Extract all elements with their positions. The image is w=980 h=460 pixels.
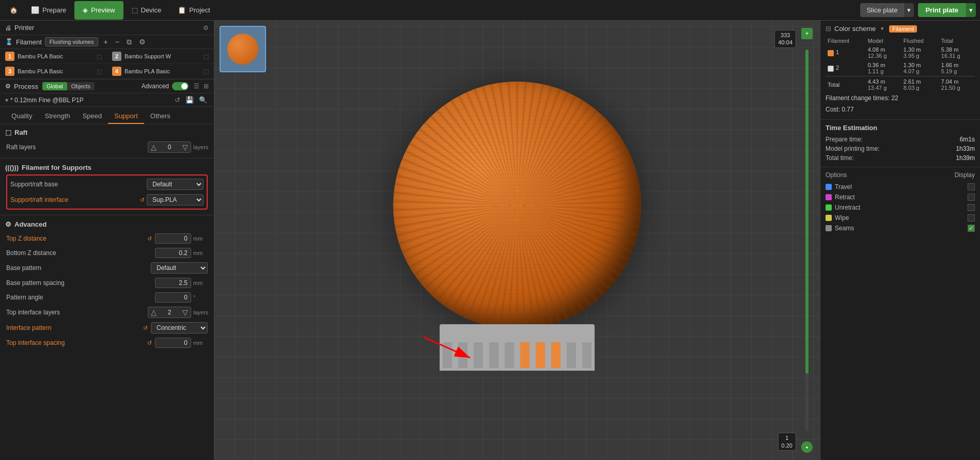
travel-check[interactable] xyxy=(968,183,975,191)
tab-quality[interactable]: Quality xyxy=(5,109,38,124)
filament-table-head: Filament Model Flushed Total xyxy=(826,37,975,45)
filament-gear-icon[interactable]: ⚙ xyxy=(137,38,148,46)
top-interface-stepper[interactable]: △ 2 ▽ xyxy=(148,307,191,318)
list-icon[interactable]: ☰ xyxy=(194,83,199,90)
total-time-row: Total time: 1h39m xyxy=(826,153,975,163)
option-travel: Travel xyxy=(826,182,975,192)
top-interface-spacing-unit: mm xyxy=(193,340,208,346)
raft-layers-unit: layers xyxy=(193,144,208,150)
tab-support[interactable]: Support xyxy=(108,109,144,124)
bottom-z-input[interactable] xyxy=(155,248,191,258)
profile-save-icon[interactable]: 💾 xyxy=(184,96,195,104)
material-edit-icon-3[interactable]: ⬚ xyxy=(97,68,102,75)
time-title: Time Estimation xyxy=(826,124,975,132)
printer-gear-icon[interactable]: ⚙ xyxy=(203,24,209,31)
home-button[interactable]: 🏠 xyxy=(4,1,23,20)
thumbnail-panel[interactable] xyxy=(220,26,266,72)
plus-icon: + xyxy=(805,30,808,37)
tab-prepare[interactable]: ⬜ Prepare xyxy=(23,1,74,20)
base-pattern-spacing-input[interactable] xyxy=(155,278,191,288)
top-interface-down[interactable]: ▽ xyxy=(180,307,191,318)
tab-preview[interactable]: ◈ Preview xyxy=(74,1,123,20)
viewport[interactable]: 33340:04 + ● 10.20 xyxy=(214,21,820,460)
filament-change-row: Filament change times: 22 xyxy=(826,92,975,104)
slice-plate-dropdown[interactable]: ▾ xyxy=(904,3,914,17)
tab-others[interactable]: Others xyxy=(144,109,177,124)
tab-strength[interactable]: Strength xyxy=(38,109,76,124)
display-label: Display xyxy=(955,171,975,179)
total-time-label: Total time: xyxy=(826,154,956,162)
support-col-5 xyxy=(505,342,514,368)
model-cell-2: 0.36 m1.11 g xyxy=(866,60,901,76)
bottom-z-value: mm xyxy=(155,248,208,258)
pattern-angle-unit: ° xyxy=(193,294,208,300)
slider-bottom-handle[interactable]: ● xyxy=(801,441,813,453)
base-pattern-select[interactable]: Default xyxy=(151,262,208,274)
advanced-section-icon: ⚙ xyxy=(5,220,11,228)
process-icon: ⚙ xyxy=(5,83,11,90)
advanced-section-title: ⚙ Advanced xyxy=(5,220,209,228)
print-plate-button[interactable]: Print plate xyxy=(918,3,966,17)
filament-add-button[interactable]: + xyxy=(101,38,110,46)
filament-copy-icon[interactable]: ⧉ xyxy=(125,38,134,46)
print-plate-dropdown[interactable]: ▾ xyxy=(966,3,976,17)
support-interface-refresh-icon[interactable]: ↺ xyxy=(140,197,145,203)
project-icon: 📋 xyxy=(178,6,186,14)
top-interface-spacing-refresh-icon[interactable]: ↺ xyxy=(147,340,152,346)
collapse-icon[interactable]: ⊟ xyxy=(826,25,831,33)
seams-check[interactable]: ✓ xyxy=(968,225,975,232)
flushed-cell-1: 1.30 m3.95 g xyxy=(901,45,939,60)
advanced-toggle-group: Advanced ☰ ⊞ xyxy=(142,82,209,90)
tab-device[interactable]: ⬚ Device xyxy=(123,1,170,20)
retract-check[interactable] xyxy=(968,194,975,201)
slice-plate-button[interactable]: Slice plate xyxy=(860,3,904,17)
raft-layers-up[interactable]: △ xyxy=(148,142,159,152)
top-interface-spacing-label: Top interface spacing xyxy=(6,339,147,346)
tab-speed[interactable]: Speed xyxy=(76,109,108,124)
material-edit-icon-4[interactable]: ⬚ xyxy=(204,68,209,75)
thumbnail-sphere xyxy=(227,34,258,65)
filament-icon: 🧵 xyxy=(5,38,13,45)
color-scheme-section: ⊟ Color scheme ▾ Filament Filament Model… xyxy=(820,21,980,120)
wipe-check[interactable] xyxy=(968,214,975,221)
raft-layers-stepper[interactable]: △ 0 ▽ xyxy=(148,141,191,153)
filament-total-row: Total 4.43 m13.47 g 2.61 m8.03 g 7.04 m2… xyxy=(826,76,975,93)
profile-reset-icon[interactable]: ↺ xyxy=(173,96,182,104)
settings-icon[interactable]: ⊞ xyxy=(204,83,209,90)
support-col-7 xyxy=(536,342,545,368)
top-z-input[interactable] xyxy=(155,233,191,244)
material-edit-icon-2[interactable]: ⬚ xyxy=(204,53,209,60)
top-interface-up[interactable]: △ xyxy=(148,307,159,318)
global-toggle[interactable]: Global xyxy=(42,82,67,90)
support-interface-select[interactable]: Sup.PLA xyxy=(147,194,204,205)
advanced-switch[interactable] xyxy=(172,82,189,90)
objects-toggle[interactable]: Objects xyxy=(67,82,95,90)
right-panel: ⊟ Color scheme ▾ Filament Filament Model… xyxy=(820,21,980,460)
base-pattern-label: Base pattern xyxy=(6,264,151,272)
top-interface-spacing-input[interactable] xyxy=(155,338,191,348)
top-z-refresh-icon[interactable]: ↺ xyxy=(147,235,152,242)
pattern-angle-input[interactable] xyxy=(155,292,191,303)
options-label: Options xyxy=(826,171,847,179)
profile-search-icon[interactable]: 🔍 xyxy=(197,96,209,104)
interface-pattern-refresh-icon[interactable]: ↺ xyxy=(143,325,148,331)
support-interface-row: Support/raft interface ↺ Sup.PLA xyxy=(9,192,205,208)
material-edit-icon-1[interactable]: ⬚ xyxy=(97,53,102,60)
base-pattern-row: Base pattern Default xyxy=(5,260,209,276)
slider-top-handle[interactable]: + xyxy=(801,28,813,39)
prepare-time-value: 6m1s xyxy=(960,136,975,143)
tab-project[interactable]: 📋 Project xyxy=(169,1,218,20)
travel-label: Travel xyxy=(835,183,968,191)
support-interface-label: Support/raft interface xyxy=(10,196,140,203)
interface-pattern-select[interactable]: Concentric xyxy=(151,322,208,334)
flushing-volumes-button[interactable]: Flushing volumes xyxy=(45,37,99,46)
support-base-select[interactable]: Default xyxy=(147,179,204,190)
unretract-check[interactable] xyxy=(968,204,975,211)
wipe-color xyxy=(826,215,832,221)
color-scheme-header: ⊟ Color scheme ▾ Filament xyxy=(826,25,975,33)
filament-remove-button[interactable]: − xyxy=(113,38,121,46)
slider-bottom-value: 10.20 xyxy=(778,433,796,451)
profile-dropdown-icon[interactable]: ▾ xyxy=(5,97,8,104)
raft-layers-down[interactable]: ▽ xyxy=(180,142,191,152)
material-name-4: Bambu PLA Basic xyxy=(125,68,200,74)
